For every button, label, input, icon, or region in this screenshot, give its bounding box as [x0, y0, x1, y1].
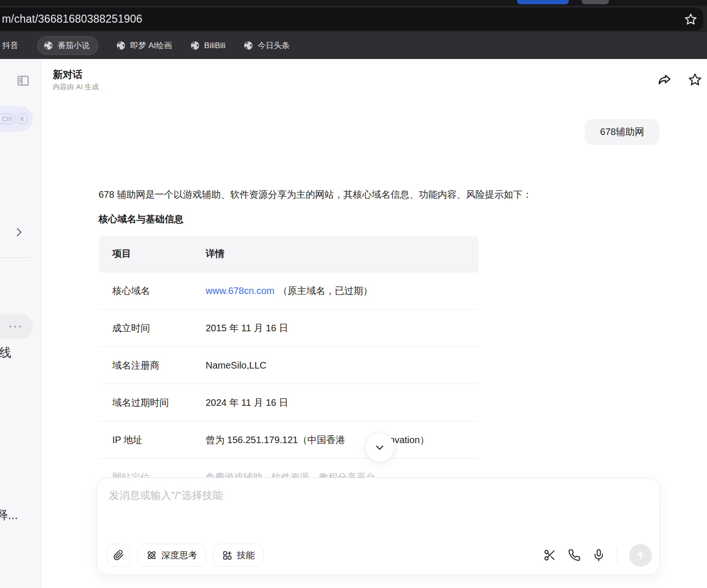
skills-grid-icon	[222, 550, 233, 561]
skills-label: 技能	[237, 549, 255, 562]
user-message-bubble: 678辅助网	[585, 119, 659, 145]
bookmark-bilibili[interactable]: BiliBili	[190, 41, 225, 50]
row-value: www.678cn.com （原主域名，已过期）	[192, 272, 479, 309]
scroll-to-bottom-button[interactable]	[365, 433, 394, 462]
composer-divider	[617, 547, 617, 563]
link-suffix: （原主域名，已过期）	[278, 285, 373, 297]
favorite-star-icon[interactable]	[688, 73, 702, 86]
share-icon[interactable]	[657, 73, 672, 87]
ai-response-text: 678 辅助网是一个以游戏辅助、软件资源分享为主的网站，其核心域名信息、功能内容…	[99, 187, 655, 202]
table-row: IP 地址 曾为 156.251.179.121（中国香港 dinnovatio…	[99, 421, 479, 458]
ctrl-key-badge: Ctrl	[0, 114, 15, 125]
ai-generated-note: 内容由 AI 生成	[53, 83, 99, 92]
attach-file-button[interactable]	[107, 544, 130, 567]
page-title: 新对话	[53, 68, 83, 81]
composer-tools-left: 深度思考 技能	[107, 544, 264, 567]
send-button[interactable]	[629, 544, 652, 567]
phone-call-icon[interactable]	[568, 549, 581, 562]
url-row: m/chat/36681680388251906	[0, 6, 707, 32]
dot	[14, 326, 16, 328]
search-shortcut-pill[interactable]: Ctrl K	[0, 106, 33, 132]
globe-icon	[190, 41, 200, 50]
browser-top-strip	[0, 0, 707, 6]
section-heading: 核心域名与基础信息	[99, 213, 183, 226]
user-message-text: 678辅助网	[600, 126, 644, 138]
url-text: m/chat/36681680388251906	[0, 13, 142, 25]
row-label: 成立时间	[99, 310, 192, 346]
row-value: 2024 年 11 月 16 日	[192, 384, 479, 421]
row-label: 域名过期时间	[99, 384, 192, 421]
dot	[19, 326, 21, 328]
domain-info-table: 项目 详情 核心域名 www.678cn.com （原主域名，已过期） 成立时间…	[99, 235, 479, 496]
domain-link[interactable]: www.678cn.com	[206, 286, 274, 296]
bookmark-label: 抖音	[2, 40, 18, 51]
skills-button[interactable]: 技能	[213, 544, 264, 567]
browser-gray-button[interactable]	[582, 0, 609, 4]
bookmark-fanqie[interactable]: 番茄小说	[37, 36, 98, 55]
row-value: 2015 年 11 月 16 日	[192, 310, 479, 346]
browser-blue-button[interactable]	[517, 0, 569, 4]
bookmark-label: 番茄小说	[58, 40, 90, 51]
row-value: NameSilo,LLC	[192, 347, 479, 384]
address-bar[interactable]: m/chat/36681680388251906	[0, 8, 703, 31]
column-header: 详情	[192, 235, 479, 272]
sidebar-toggle-icon[interactable]	[16, 74, 30, 88]
table-row: 核心域名 www.678cn.com （原主域名，已过期）	[99, 272, 479, 309]
bookmark-douyin[interactable]: 抖音	[2, 40, 18, 51]
k-key-badge: K	[17, 114, 27, 125]
chat-main: 新对话 内容由 AI 生成 678辅助网 678 辅助网是一个以游戏辅助、软件资…	[42, 59, 707, 588]
ip-value-left: 曾为 156.251.179.121（中国香港	[206, 434, 345, 446]
atom-icon	[146, 550, 157, 561]
more-options-button[interactable]	[0, 314, 33, 339]
globe-icon	[116, 41, 126, 50]
globe-icon	[243, 41, 253, 50]
table-row: 域名注册商 NameSilo,LLC	[99, 346, 479, 384]
bookmark-star-icon[interactable]	[684, 13, 697, 25]
microphone-icon[interactable]	[592, 549, 605, 562]
sidebar-partial-text: 释...	[0, 507, 18, 523]
bookmarks-bar: 抖音 番茄小说 即梦 AI绘画 BiliBili 今日头条	[0, 32, 707, 59]
message-input[interactable]	[109, 488, 647, 536]
sidebar-divider	[0, 257, 32, 258]
globe-icon	[43, 41, 53, 50]
bookmark-label: 即梦 AI绘画	[130, 40, 172, 51]
column-header: 项目	[99, 235, 192, 272]
deep-think-label: 深度思考	[161, 549, 197, 562]
row-label: 域名注册商	[99, 347, 192, 384]
row-value: 曾为 156.251.179.121（中国香港 dinnovation）	[192, 421, 479, 458]
bookmark-toutiao[interactable]: 今日头条	[243, 40, 290, 51]
sidebar: Ctrl K 线 释...	[0, 59, 42, 588]
row-label: 核心域名	[99, 272, 192, 309]
sidebar-partial-text: 线	[0, 344, 11, 361]
bookmark-label: BiliBili	[204, 41, 225, 50]
table-header-row: 项目 详情	[99, 235, 479, 272]
composer-tools-right	[543, 544, 652, 567]
message-composer: 深度思考 技能	[97, 478, 660, 575]
paperclip-icon	[113, 550, 124, 561]
sidebar-expand-chevron-icon[interactable]	[13, 226, 25, 238]
scissors-icon[interactable]	[543, 549, 556, 562]
dot	[9, 326, 11, 328]
table-row: 成立时间 2015 年 11 月 16 日	[99, 309, 479, 346]
deep-think-button[interactable]: 深度思考	[137, 544, 206, 567]
bookmark-jimeng[interactable]: 即梦 AI绘画	[116, 40, 172, 51]
bookmark-label: 今日头条	[258, 40, 290, 51]
table-row: 域名过期时间 2024 年 11 月 16 日	[99, 384, 479, 421]
row-label: IP 地址	[99, 421, 192, 458]
